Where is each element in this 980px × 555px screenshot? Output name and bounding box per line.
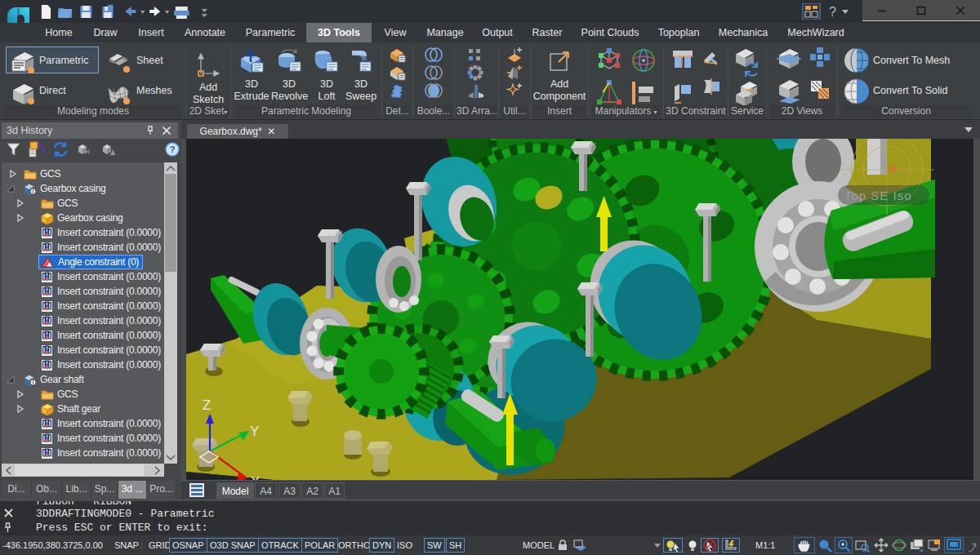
- svg-text:Top SE Iso: Top SE Iso: [844, 189, 912, 202]
- svg-text:Z: Z: [203, 397, 211, 413]
- svg-text:Y: Y: [250, 424, 259, 439]
- svg-text:?: ?: [170, 144, 176, 154]
- svg-text:X: X: [251, 474, 260, 480]
- svg-text:?: ?: [829, 5, 836, 19]
